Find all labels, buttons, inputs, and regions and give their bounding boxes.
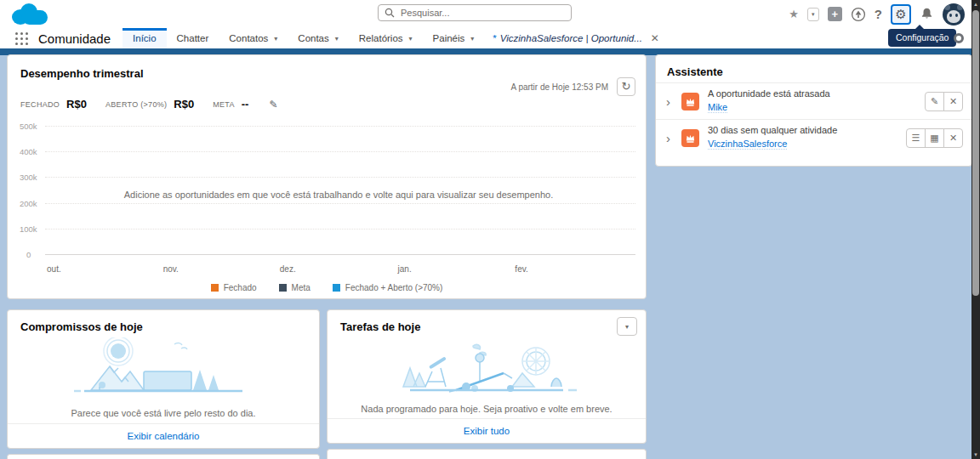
refresh-button[interactable]: ↻ [617, 77, 635, 96]
metric-value: R$0 [66, 98, 87, 110]
assistant-item-link[interactable]: Mike [708, 102, 727, 113]
legend-item: Fechado + Aberto (>70%) [333, 283, 443, 292]
next-card-sliver-right [327, 449, 647, 459]
todays-tasks-card: Tarefas de hoje ▾ [327, 309, 647, 444]
view-all-link[interactable]: Exibir tudo [464, 426, 510, 436]
chart-legend: FechadoMetaFechado + Aberto (>70%) [8, 283, 646, 292]
favorites-star-icon[interactable]: ★ [789, 8, 799, 20]
gear-icon: ⚙ [895, 7, 906, 22]
gridline [45, 177, 635, 178]
assistant-item-title: A oportunidade está atrasada [708, 88, 925, 99]
app-launcher-icon[interactable] [15, 32, 28, 45]
metric-value: R$0 [174, 98, 194, 110]
search-input[interactable] [378, 4, 572, 21]
camping-illustration [8, 337, 319, 404]
user-avatar[interactable] [943, 3, 965, 26]
info-badge-icon[interactable] [954, 33, 964, 43]
expand-chevron-icon[interactable]: › [666, 94, 681, 109]
chart-empty-message: Adicione as oportunidades em que você es… [42, 190, 635, 200]
tasks-menu-button[interactable]: ▾ [617, 317, 637, 336]
chart-grid-row: 0 [20, 251, 635, 259]
y-tick-label: 400k [20, 147, 45, 156]
seesaw-illustration [328, 337, 646, 400]
gridline [45, 229, 635, 230]
events-card-title: Compromissos de hoje [20, 320, 143, 333]
y-tick-label: 100k [20, 224, 45, 234]
chart-grid-row: 300k [20, 173, 635, 182]
legend-item: Meta [279, 283, 311, 292]
expand-chevron-icon[interactable]: › [666, 131, 681, 145]
scroll-down-arrow[interactable]: ▼ [971, 452, 980, 457]
gridline [45, 254, 635, 255]
edit-button[interactable]: ✎ [925, 92, 944, 111]
unsaved-indicator: * [493, 33, 496, 43]
close-icon[interactable]: ✕ [651, 32, 659, 44]
tab-contatos[interactable]: Contatos▾ [219, 28, 288, 48]
tab-chatter[interactable]: Chatter [167, 28, 219, 48]
salesforce-logo [12, 3, 51, 26]
view-calendar-link[interactable]: Exibir calendário [127, 431, 199, 441]
y-tick-label: 200k [20, 199, 45, 208]
scroll-up-arrow[interactable]: ▲ [971, 2, 980, 7]
tab-paineis[interactable]: Painéis▾ [423, 28, 485, 48]
favorites-dropdown-icon[interactable]: ▾ [807, 8, 819, 21]
assistant-item: ›A oportunidade está atrasadaMike✎✕ [656, 82, 971, 119]
gridline [45, 203, 635, 204]
y-tick-label: 0 [20, 250, 45, 259]
task-button[interactable]: ☰ [906, 128, 926, 148]
temp-tab-label: ViczinhaSalesforce | Oportunid... [500, 33, 642, 43]
metric-value: -- [242, 98, 249, 110]
tab-label: Início [133, 33, 157, 43]
tab-label: Contatos [229, 33, 268, 43]
tab-relatorios[interactable]: Relatórios▾ [349, 28, 423, 48]
legend-label: Meta [292, 283, 311, 292]
chart-grid-row: 500k [20, 122, 635, 130]
temp-tab-opportunity[interactable]: * ViczinhaSalesforce | Oportunid... ✕ [484, 28, 668, 48]
gridline [45, 126, 635, 127]
scrollbar-thumb[interactable] [972, 10, 979, 296]
chevron-down-icon: ▾ [274, 35, 277, 42]
event-button[interactable]: ▦ [925, 128, 944, 148]
guidance-center-icon[interactable] [851, 7, 866, 22]
global-search [378, 4, 572, 21]
legend-label: Fechado + Aberto (>70%) [345, 283, 443, 292]
y-tick-label: 300k [20, 173, 45, 182]
tab-label: Chatter [177, 33, 209, 43]
tab-inicio[interactable]: Início [122, 28, 167, 48]
chart-x-axis: out.nov.dez.jan.fev. [45, 264, 635, 276]
close-button[interactable]: ✕ [943, 92, 963, 111]
chevron-down-icon: ▾ [625, 323, 629, 331]
legend-swatch [211, 284, 219, 292]
app-navigation-bar: Comunidade InícioChatterContatos▾Contas▾… [0, 28, 980, 48]
assistant-card: Assistente ›A oportunidade está atrasada… [655, 54, 972, 167]
tab-contas[interactable]: Contas▾ [288, 28, 348, 48]
events-card-footer: Exibir calendário [8, 423, 319, 448]
quick-create-icon[interactable]: + [828, 7, 842, 21]
close-button[interactable]: ✕ [943, 128, 963, 148]
todays-events-card: Compromissos de hoje Parece que você est… [7, 309, 320, 449]
as-of-timestamp: A partir de Hoje 12:53 PM [510, 82, 608, 92]
x-tick-label: fev. [515, 264, 527, 274]
opportunity-icon [681, 129, 699, 147]
assistant-item-link[interactable]: ViczinhaSalesforce [708, 139, 787, 150]
edit-goal-icon[interactable]: ✎ [269, 99, 277, 110]
x-tick-label: out. [47, 264, 61, 274]
tasks-card-footer: Exibir tudo [328, 418, 646, 443]
assistant-rows: ›A oportunidade está atrasadaMike✎✕›30 d… [656, 82, 971, 156]
notifications-bell-icon[interactable] [920, 7, 934, 21]
opportunity-icon [681, 93, 699, 110]
app-name: Comunidade [38, 31, 111, 46]
quarterly-performance-card: Desempenho trimestral A partir de Hoje 1… [7, 54, 647, 299]
tab-label: Painéis [433, 33, 465, 43]
assistant-item-text: A oportunidade está atrasadaMike [708, 88, 925, 114]
help-icon[interactable]: ? [875, 8, 882, 20]
chart-grid-row: 100k [20, 225, 635, 234]
metric-label: ABERTO (>70%) [105, 100, 167, 109]
setup-gear-button[interactable]: ⚙ [891, 4, 911, 25]
performance-chart: 500k400k300k200k100k0 out.nov.dez.jan.fe… [16, 118, 635, 281]
search-icon [385, 8, 395, 18]
tasks-card-title: Tarefas de hoje [340, 320, 420, 333]
gridline [45, 151, 635, 152]
page-scrollbar[interactable]: ▲ ▼ [971, 0, 980, 459]
legend-label: Fechado [224, 283, 257, 292]
